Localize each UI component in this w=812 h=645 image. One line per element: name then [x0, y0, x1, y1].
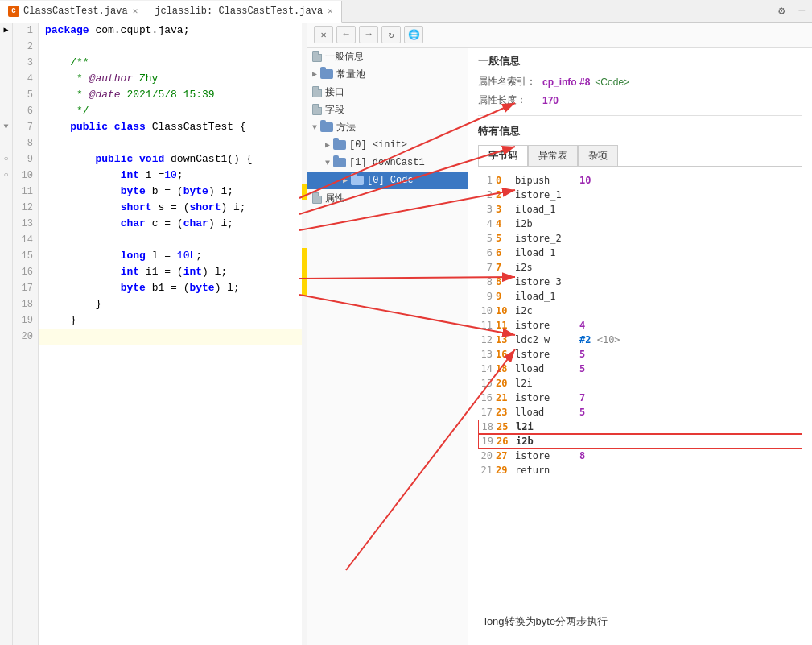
tab-jclasslib[interactable]: jclasslib: ClassCastTest.java ✕ — [146, 1, 341, 23]
page-icon-interface — [312, 86, 322, 97]
folder-icon-downcast1 — [333, 158, 346, 167]
code-line-17: byte b1 = (byte) l; — [39, 280, 302, 296]
folder-icon-code — [351, 176, 364, 185]
tree-panel: 一般信息 ▶ 常量池 接口 字段 — [307, 48, 468, 645]
bc-row-1: 1 0 bipush 10 — [478, 173, 802, 188]
code-line-13: char c = (char) i; — [39, 216, 302, 232]
code-line-14 — [39, 232, 302, 248]
bc-row-21: 21 29 return — [478, 463, 802, 478]
tree-label-downcast1: [1] downCast1 — [349, 157, 425, 168]
tree-label-methods: 方法 — [336, 121, 356, 134]
settings-icon[interactable]: ⚙ — [772, 4, 791, 18]
tab-close-icon[interactable]: ✕ — [133, 6, 138, 16]
gutter: ▶ ▼ ○ ○ — [0, 23, 13, 645]
code-line-4: * @author Zhy — [39, 71, 302, 87]
attr-len-label: 属性长度： — [478, 93, 542, 107]
bc-row-19: 19 26 i2b — [478, 434, 802, 449]
line-numbers: 1 2 3 4 5 6 7 8 9 10 11 12 13 14 15 16 1 — [13, 23, 39, 645]
code-line-19: } — [39, 312, 302, 329]
bc-row-18: 18 25 l2i — [478, 420, 802, 434]
bc-row-10: 10 10 i2c — [478, 304, 802, 318]
yellow-mark-16 — [302, 264, 307, 280]
attr-name-extra: <Code> — [595, 76, 629, 88]
bc-row-8: 8 8 istore_3 — [478, 275, 802, 289]
bc-row-15: 15 20 l2i — [478, 376, 802, 391]
refresh-button[interactable]: ↻ — [381, 26, 401, 43]
tree-item-constantpool[interactable]: ▶ 常量池 — [307, 65, 468, 83]
code-line-11: byte b = (byte) i; — [39, 184, 302, 200]
bc-row-4: 4 4 i2b — [478, 217, 802, 231]
info-panel: 一般信息 属性名索引： cp_info #8 <Code> 属性长度： 170 … — [468, 48, 812, 645]
content-area: 一般信息 ▶ 常量池 接口 字段 — [307, 48, 812, 645]
code-editor: ▶ ▼ ○ ○ — [0, 23, 307, 645]
bytecode-table: 1 0 bipush 10 2 2 istore_1 3 3 — [478, 173, 802, 478]
bc-row-16: 16 21 istore 7 — [478, 391, 802, 405]
java-file-icon: C — [8, 6, 19, 17]
globe-button[interactable]: 🌐 — [404, 26, 423, 43]
jclasslib-panel: ✕ ← → ↻ 🌐 一般信息 ▶ 常量池 — [307, 23, 812, 645]
yellow-mark-11 — [302, 184, 307, 200]
tree-item-attributes[interactable]: 属性 — [307, 189, 468, 207]
minimize-icon[interactable]: − — [791, 4, 812, 19]
code-line-20 — [39, 329, 302, 345]
attr-name-row: 属性名索引： cp_info #8 <Code> — [478, 75, 802, 89]
bytecode-tabs: 字节码 异常表 杂项 — [478, 145, 802, 167]
page-icon-attributes — [312, 192, 322, 204]
code-line-7: public class ClassCastTest { — [39, 119, 302, 135]
bc-row-13: 13 16 lstore 5 — [478, 347, 802, 362]
code-line-15: long l = 10L; — [39, 248, 302, 264]
tree-item-interface[interactable]: 接口 — [307, 83, 468, 101]
tree-label-init: [0] <init> — [349, 139, 407, 151]
tab-jclasslib-close-icon[interactable]: ✕ — [328, 6, 333, 16]
code-line-12: short s = (short) i; — [39, 200, 302, 216]
tree-item-fields[interactable]: 字段 — [307, 101, 468, 118]
section-divider — [478, 115, 802, 116]
forward-button[interactable]: → — [359, 26, 378, 43]
code-line-5: * @date 2021/5/8 15:39 — [39, 87, 302, 103]
tab-misc[interactable]: 杂项 — [578, 145, 618, 166]
yellow-mark-15 — [302, 248, 307, 264]
tab-classcasttest[interactable]: C ClassCastTest.java ✕ — [0, 1, 146, 23]
yellow-mark-17 — [302, 280, 307, 296]
tree-item-methods[interactable]: ▼ 方法 — [307, 118, 468, 136]
bc-row-2: 2 2 istore_1 — [478, 188, 802, 202]
tree-item-init[interactable]: ▶ [0] <init> — [307, 136, 468, 154]
code-line-8 — [39, 135, 302, 151]
code-line-9: public void downCast1() { — [39, 151, 302, 167]
main-tab-bar: C ClassCastTest.java ✕ jclasslib: ClassC… — [0, 0, 812, 23]
bc-row-20: 20 27 istore 8 — [478, 449, 802, 463]
tab-bytecode[interactable]: 字节码 — [478, 145, 528, 166]
tree-item-code[interactable]: ▶ [0] Code — [307, 172, 468, 189]
attr-len-value: 170 — [542, 95, 559, 106]
bc-row-12: 12 13 ldc2_w #2 <10> — [478, 333, 802, 347]
right-markers — [302, 23, 307, 645]
code-line-10: int i =10; — [39, 167, 302, 184]
close-button[interactable]: ✕ — [314, 26, 333, 43]
gutter-3: ▶ — [0, 23, 12, 39]
fold-9[interactable]: ○ — [0, 151, 12, 167]
tab-exception-table[interactable]: 异常表 — [528, 145, 578, 166]
bc-row-11: 11 11 istore 4 — [478, 318, 802, 333]
page-icon-fields — [312, 104, 322, 115]
tree-label-interface: 接口 — [325, 85, 344, 99]
jclasslib-toolbar: ✕ ← → ↻ 🌐 — [307, 23, 812, 48]
bc-row-9: 9 9 iload_1 — [478, 289, 802, 304]
code-line-6: */ — [39, 103, 302, 119]
page-icon-general — [312, 51, 322, 62]
annotation-text: long转换为byte分两步执行 — [484, 614, 608, 629]
bc-row-3: 3 3 iload_1 — [478, 202, 802, 217]
tree-item-downcast1[interactable]: ▼ [1] downCast1 — [307, 154, 468, 172]
general-info-title: 一般信息 — [478, 54, 802, 68]
bc-row-17: 17 23 lload 5 — [478, 405, 802, 420]
back-button[interactable]: ← — [336, 26, 356, 43]
code-line-3: /** — [39, 55, 302, 71]
folder-icon-methods — [320, 122, 333, 132]
fold-7[interactable]: ▼ — [0, 119, 12, 135]
tree-item-general[interactable]: 一般信息 — [307, 48, 468, 65]
tree-label-code: [0] Code — [367, 175, 414, 186]
tree-label-fields: 字段 — [325, 103, 344, 117]
bc-row-5: 5 5 istore_2 — [478, 231, 802, 246]
tab-classcasttest-label: ClassCastTest.java — [23, 6, 128, 17]
code-line-16: int i1 = (int) l; — [39, 264, 302, 280]
code-content[interactable]: package com.cqupt.java; /** * @author Zh… — [39, 23, 302, 645]
